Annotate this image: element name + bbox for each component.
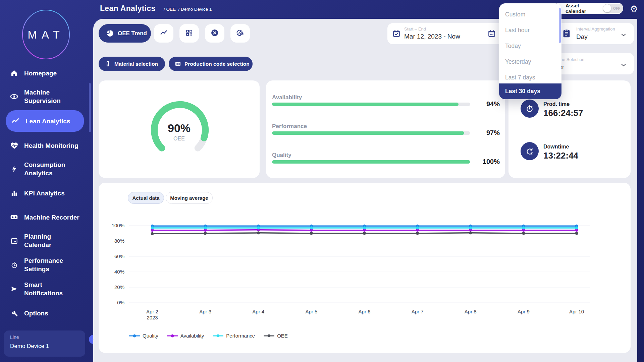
performance-value: 97% [473,129,500,137]
availability-bar-fill [272,103,459,106]
settings-gear-icon[interactable]: ⚙ [630,4,638,14]
toggle-state: OFF [613,6,620,10]
legend-item-quality[interactable]: Quality [129,333,158,339]
tab-moving-average[interactable]: Moving average [166,192,213,204]
svg-text:100%: 100% [112,223,124,228]
sidebar-item-consumption-analytics[interactable]: ConsumptionAnalytics [0,157,93,181]
oee-trend-chart[interactable]: 100%80%60%40%20%0%Apr 22023Apr 3Apr 4Apr… [109,215,605,328]
performance-bar [272,131,470,135]
toggle-knob [603,4,611,12]
sidebar-item-health-monitoring[interactable]: Health Monitoring [0,134,93,157]
legend-label: OEE [277,333,288,339]
interval-aggregation-value: Day [576,33,588,41]
svg-text:Apr 3: Apr 3 [199,309,211,314]
mat-logo: MAT [19,7,73,62]
breadcrumb: / OEE / Demo Device 1 [164,7,212,12]
legend-label: Availability [180,333,204,339]
asset-calendar-label: Asset calendar [566,3,599,14]
prod-time-label: Prod. time [543,101,570,107]
qr-code-view-button[interactable] [179,24,199,43]
sidebar-scrollbar[interactable] [89,83,91,132]
eye-icon [9,92,19,101]
oee-gauge-label: OEE [99,136,260,142]
breadcrumb-oee[interactable]: OEE [166,7,176,12]
interval-aggregation-select[interactable]: Interval Aggregation Day [556,23,634,44]
chart-legend: QualityAvailabilityPerformanceOEE [129,333,288,339]
metrics-card: Availability 94% Performance 97% Quality… [266,80,505,178]
availability-value: 94% [473,100,500,108]
performance-bar-fill [272,131,464,135]
sidebar-item-machine-recorder[interactable]: Machine Recorder [0,205,93,229]
asset-calendar-toggle[interactable]: OFF [603,4,623,13]
svg-text:Apr 4: Apr 4 [252,309,264,314]
oee-gauge-card: 90% OEE [99,80,260,178]
material-selection-button[interactable]: Material selection [99,57,165,71]
legend-marker-icon [167,334,178,338]
menu-item-today[interactable]: Today [499,38,561,54]
material-icon [105,61,111,67]
svg-text:80%: 80% [114,238,124,244]
line-chart-view-button[interactable] [154,24,173,43]
quality-label: Quality [272,152,291,159]
quality-bar-fill [272,160,470,164]
sidebar-item-planning-calendar[interactable]: PlanningCalendar [0,229,93,252]
legend-marker-icon [213,334,223,338]
legend-label: Performance [226,333,255,339]
chevron-down-icon [620,61,627,70]
svg-text:0%: 0% [117,300,124,305]
device-panel[interactable]: Line Demo Device 1 [4,330,85,357]
sidebar-item-lean-analytics[interactable]: Lean Analytics [6,110,84,132]
date-range-value: Mar 12, 2023 - Now [404,33,460,40]
menu-item-last-30-days[interactable]: Last 30 days [499,83,561,99]
calendar-dots-icon[interactable] [487,29,496,39]
oee-trend-button[interactable]: OEE Trend [99,24,151,43]
breadcrumb-device[interactable]: Demo Device 1 [181,7,212,12]
menu-item-custom[interactable]: Custom [499,7,561,22]
production-code-selection-button[interactable]: Production code selection [169,57,253,71]
svg-text:60%: 60% [114,253,124,259]
sidebar-item-smart-notifications[interactable]: SmartNotifications [0,277,93,301]
svg-text:Apr 8: Apr 8 [465,309,477,314]
lightning-icon [9,164,19,174]
quality-value: 100% [473,158,500,166]
downtime-label: Downtime [543,144,569,150]
availability-bar [272,103,470,106]
sidebar-item-performance-settings[interactable]: PerformanceSettings [0,253,93,277]
production-code-selection-label: Production code selection [184,61,250,67]
sidebar-item-kpi-analytics[interactable]: KPI Analytics [0,181,93,205]
line-chart-icon [160,29,168,38]
svg-text:Apr 22023: Apr 22023 [146,309,158,320]
svg-text:Apr 9: Apr 9 [518,309,530,314]
x-circle-icon [211,29,219,38]
legend-item-availability[interactable]: Availability [167,333,204,339]
sidebar-item-options[interactable]: Options [0,301,93,325]
legend-item-oee[interactable]: OEE [264,333,288,339]
legend-marker-icon [264,334,274,338]
home-icon [9,68,19,78]
tab-actual-data[interactable]: Actual data [128,192,164,204]
gauge-chart-view-button[interactable] [230,24,250,43]
menu-item-yesterday[interactable]: Yesterday [499,54,561,70]
oee-trend-label: OEE Trend [118,30,147,37]
asset-calendar-pill: Asset calendar OFF [554,3,623,14]
legend-label: Quality [143,333,158,339]
clipboard-icon [561,28,572,40]
material-selection-label: Material selection [114,61,158,67]
menu-item-last-hour[interactable]: Last hour [499,22,561,38]
oee-gauge-value: 90% [99,122,260,135]
breadcrumb-separator: / [164,7,165,12]
trend-line-icon [11,116,20,126]
prod-time-value: 166:24:57 [543,108,583,118]
sidebar-item-machine-supervision[interactable]: MachineSupervision [0,85,93,108]
svg-text:40%: 40% [114,269,124,275]
menu-scrollbar[interactable] [559,8,561,43]
svg-text:Apr 10: Apr 10 [569,309,584,314]
heart-pulse-icon [9,141,19,150]
clear-view-button[interactable] [205,24,224,43]
legend-item-performance[interactable]: Performance [213,333,255,339]
downtime-icon [521,142,539,160]
sidebar-item-homepage[interactable]: Homepage [0,61,93,85]
page-title: Lean Analytics [100,4,156,13]
menu-item-last-7-days[interactable]: Last 7 days [499,70,561,85]
divider [482,27,482,41]
